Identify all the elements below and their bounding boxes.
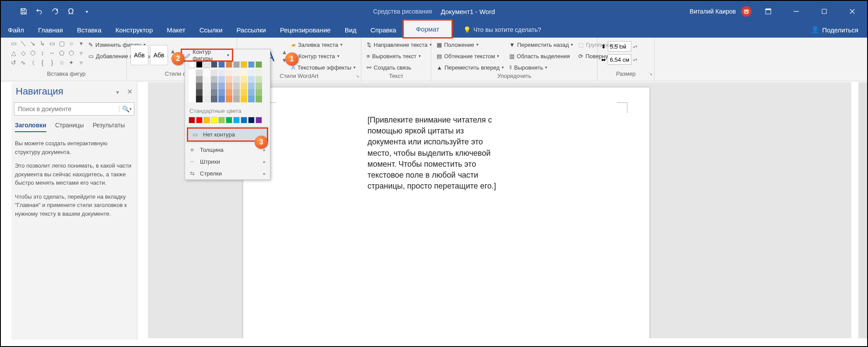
color-swatch[interactable] — [211, 76, 217, 83]
color-swatch[interactable] — [256, 70, 262, 76]
color-swatch[interactable] — [211, 96, 217, 102]
color-swatch[interactable] — [203, 70, 210, 76]
tab-references[interactable]: Ссылки — [192, 22, 230, 38]
qat-more-icon[interactable]: ▾ — [80, 5, 94, 18]
nav-tab-headings[interactable]: Заголовки — [15, 122, 46, 132]
ribbon-display-icon[interactable] — [757, 3, 780, 20]
color-swatch[interactable] — [218, 76, 225, 83]
color-swatch[interactable] — [233, 83, 240, 89]
color-swatch[interactable] — [233, 76, 240, 83]
shape-style-preset[interactable]: Абв — [130, 45, 148, 65]
color-swatch[interactable] — [256, 96, 262, 102]
color-swatch[interactable] — [248, 70, 255, 76]
color-swatch[interactable] — [203, 117, 210, 123]
undo-icon[interactable] — [32, 5, 46, 18]
color-swatch[interactable] — [241, 83, 247, 89]
align-text-button[interactable]: ≡Выровнять текст▾ — [365, 51, 434, 61]
avatar[interactable]: 🐷 — [741, 6, 752, 17]
tab-format[interactable]: Формат — [402, 19, 453, 39]
color-swatch[interactable] — [218, 83, 225, 89]
search-input[interactable] — [14, 105, 119, 112]
position-button[interactable]: ▦Положение▾ — [435, 39, 506, 50]
symbol-icon[interactable]: Ω — [64, 5, 78, 18]
color-swatch[interactable] — [196, 61, 203, 68]
textbox-shape-icon[interactable]: ▭ — [10, 39, 18, 47]
color-swatch[interactable] — [189, 89, 195, 96]
color-swatch[interactable] — [196, 117, 203, 123]
dialog-launcher-icon[interactable]: ↘ — [356, 74, 359, 78]
color-swatch[interactable] — [226, 89, 232, 96]
color-swatch[interactable] — [196, 83, 203, 89]
connector-icon[interactable]: ↳ — [38, 39, 46, 47]
group-button[interactable]: ⬚Группировать▾ — [577, 39, 628, 50]
color-swatch[interactable] — [256, 83, 262, 89]
color-swatch[interactable] — [233, 117, 240, 123]
color-swatch[interactable] — [189, 117, 195, 123]
arrows-item[interactable]: ⇆Стрелки▸ — [185, 168, 270, 179]
color-swatch[interactable] — [196, 70, 203, 76]
tab-file[interactable]: Файл — [1, 22, 31, 38]
color-swatch[interactable] — [248, 96, 255, 102]
redo-icon[interactable] — [48, 5, 62, 18]
color-swatch[interactable] — [226, 61, 232, 68]
align-objects-button[interactable]: ⫴Выровнять▾ — [508, 62, 575, 73]
save-icon[interactable] — [17, 5, 31, 18]
color-swatch[interactable] — [241, 117, 247, 123]
color-swatch[interactable] — [226, 76, 232, 83]
placeholder-textbox[interactable]: [Привлеките внимание читателя с помощью … — [368, 115, 500, 192]
shape-style-preset[interactable]: Абв — [150, 45, 168, 65]
color-swatch[interactable] — [203, 61, 210, 68]
color-swatch[interactable] — [211, 89, 217, 96]
color-swatch[interactable] — [226, 70, 232, 76]
create-link-button[interactable]: ⚯Создать связь — [365, 62, 434, 73]
color-swatch[interactable] — [226, 83, 232, 89]
nav-menu-icon[interactable]: ▼ — [110, 90, 125, 95]
color-swatch[interactable] — [203, 96, 210, 102]
share-button[interactable]: 👤 Поделиться — [811, 26, 867, 34]
shape-outline-button[interactable]: Контур фигуры▾ — [181, 49, 233, 62]
nav-tab-results[interactable]: Результаты — [93, 122, 125, 132]
color-swatch[interactable] — [248, 76, 255, 83]
tab-view[interactable]: Вид — [338, 22, 364, 38]
color-swatch[interactable] — [256, 117, 262, 123]
minimize-icon[interactable] — [785, 3, 808, 20]
text-direction-button[interactable]: ⇅Направление текста▾ — [365, 39, 434, 50]
width-input[interactable] — [608, 54, 631, 65]
roundrect-icon[interactable]: ▢ — [58, 39, 66, 47]
maximize-icon[interactable] — [813, 3, 836, 20]
page[interactable]: [Привлеките внимание читателя с помощью … — [243, 88, 649, 338]
tab-help[interactable]: Справка — [364, 22, 403, 38]
color-swatch[interactable] — [241, 89, 247, 96]
tab-review[interactable]: Рецензирование — [273, 22, 338, 38]
search-button[interactable]: 🔍▾ — [119, 105, 134, 112]
color-swatch[interactable] — [226, 96, 232, 102]
color-swatch[interactable] — [211, 61, 217, 68]
close-icon[interactable] — [841, 3, 864, 20]
color-swatch[interactable] — [203, 89, 210, 96]
color-swatch[interactable] — [218, 70, 225, 76]
color-swatch[interactable] — [203, 76, 210, 83]
text-outline-button[interactable]: ✎Контур текста▾ — [290, 51, 357, 61]
tab-layout[interactable]: Макет — [160, 22, 192, 38]
rect-icon[interactable]: ▭ — [48, 39, 56, 47]
color-swatch[interactable] — [256, 61, 262, 68]
color-swatch[interactable] — [189, 61, 195, 68]
color-swatch[interactable] — [218, 96, 225, 102]
selection-pane-button[interactable]: ▥Область выделения — [508, 51, 575, 61]
color-swatch[interactable] — [218, 61, 225, 68]
bring-forward-button[interactable]: ▲Переместить вперед▾ — [435, 62, 506, 73]
color-swatch[interactable] — [233, 89, 240, 96]
text-fill-button[interactable]: ▰Заливка текста▾ — [290, 39, 357, 50]
vertical-scrollbar[interactable] — [858, 82, 867, 338]
tab-design[interactable]: Конструктор — [108, 22, 160, 38]
color-swatch[interactable] — [233, 96, 240, 102]
color-swatch[interactable] — [256, 89, 262, 96]
color-swatch[interactable] — [248, 83, 255, 89]
color-swatch[interactable] — [241, 70, 247, 76]
oval-icon[interactable]: ○ — [67, 39, 75, 47]
color-swatch[interactable] — [196, 76, 203, 83]
tab-home[interactable]: Главная — [31, 22, 70, 38]
color-swatch[interactable] — [233, 61, 240, 68]
color-swatch[interactable] — [196, 96, 203, 102]
color-swatch[interactable] — [241, 61, 247, 68]
